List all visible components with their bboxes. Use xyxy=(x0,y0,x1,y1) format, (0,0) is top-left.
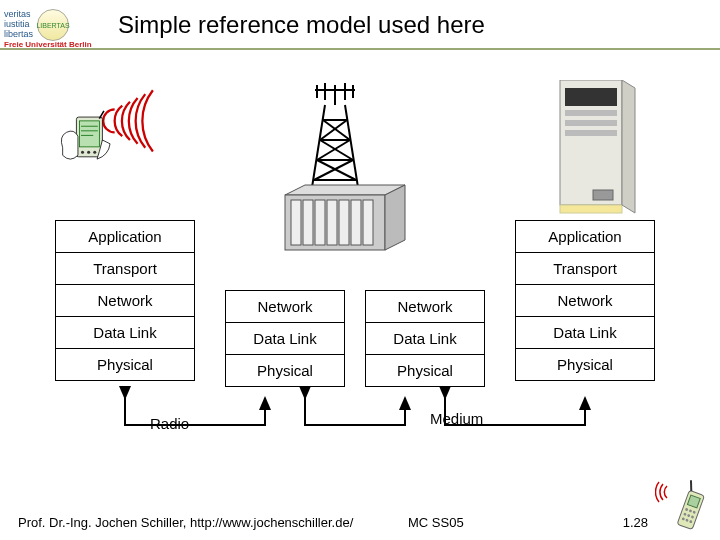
svg-rect-42 xyxy=(565,110,617,116)
svg-point-7 xyxy=(93,151,96,154)
layer-datalink: Data Link xyxy=(56,316,194,348)
svg-line-23 xyxy=(320,140,353,160)
layer-network: Network xyxy=(56,284,194,316)
slide-header: veritas iustitia libertas LIBERTAS Simpl… xyxy=(0,0,720,50)
svg-rect-39 xyxy=(560,205,622,213)
layer-transport: Transport xyxy=(516,252,654,284)
svg-rect-37 xyxy=(363,200,373,245)
svg-rect-35 xyxy=(339,200,349,245)
layer-application: Application xyxy=(516,221,654,252)
svg-marker-40 xyxy=(622,80,635,213)
svg-line-57 xyxy=(688,480,695,491)
protocol-stack-mobile: Application Transport Network Data Link … xyxy=(55,220,195,381)
svg-line-26 xyxy=(314,160,353,180)
server-icon xyxy=(535,80,655,210)
protocol-stack-basestation: Network Data Link Physical xyxy=(225,290,345,387)
svg-rect-43 xyxy=(565,120,617,126)
svg-line-25 xyxy=(317,160,356,180)
svg-rect-45 xyxy=(593,190,613,200)
svg-rect-36 xyxy=(351,200,361,245)
router-icon xyxy=(275,180,415,250)
university-seal-icon: LIBERTAS xyxy=(37,9,69,41)
layer-datalink: Data Link xyxy=(366,322,484,354)
layer-transport: Transport xyxy=(56,252,194,284)
layer-datalink: Data Link xyxy=(226,322,344,354)
svg-line-21 xyxy=(323,120,350,140)
layer-physical: Physical xyxy=(366,354,484,386)
svg-line-24 xyxy=(317,140,350,160)
motto: veritas iustitia libertas xyxy=(4,10,33,40)
mobile-phone-icon xyxy=(655,480,710,535)
layer-physical: Physical xyxy=(226,354,344,386)
svg-point-5 xyxy=(81,151,84,154)
slide-footer: Prof. Dr.-Ing. Jochen Schiller, http://w… xyxy=(18,515,708,530)
radio-label: Radio xyxy=(150,415,189,432)
svg-rect-1 xyxy=(79,121,99,147)
svg-rect-41 xyxy=(565,88,617,106)
layer-datalink: Data Link xyxy=(516,316,654,348)
mobile-device-icon xyxy=(55,80,185,200)
svg-point-6 xyxy=(87,151,90,154)
reference-model-diagram: Application Transport Network Data Link … xyxy=(55,80,665,460)
layer-application: Application xyxy=(56,221,194,252)
svg-rect-44 xyxy=(565,130,617,136)
svg-rect-32 xyxy=(303,200,313,245)
svg-rect-33 xyxy=(315,200,325,245)
layer-network: Network xyxy=(516,284,654,316)
motto-line: libertas xyxy=(4,30,33,40)
footer-course: MC SS05 xyxy=(408,515,528,530)
medium-label: Medium xyxy=(430,410,483,427)
layer-network: Network xyxy=(366,291,484,322)
footer-author: Prof. Dr.-Ing. Jochen Schiller, http://w… xyxy=(18,515,408,530)
svg-rect-34 xyxy=(327,200,337,245)
logo-block: veritas iustitia libertas LIBERTAS xyxy=(0,9,110,41)
layer-physical: Physical xyxy=(516,348,654,380)
svg-marker-30 xyxy=(385,185,405,250)
layer-physical: Physical xyxy=(56,348,194,380)
protocol-stack-server: Application Transport Network Data Link … xyxy=(515,220,655,381)
layer-network: Network xyxy=(226,291,344,322)
protocol-stack-router: Network Data Link Physical xyxy=(365,290,485,387)
header-divider xyxy=(0,48,720,50)
svg-line-22 xyxy=(320,120,347,140)
page-title: Simple reference model used here xyxy=(118,11,485,39)
svg-rect-31 xyxy=(291,200,301,245)
